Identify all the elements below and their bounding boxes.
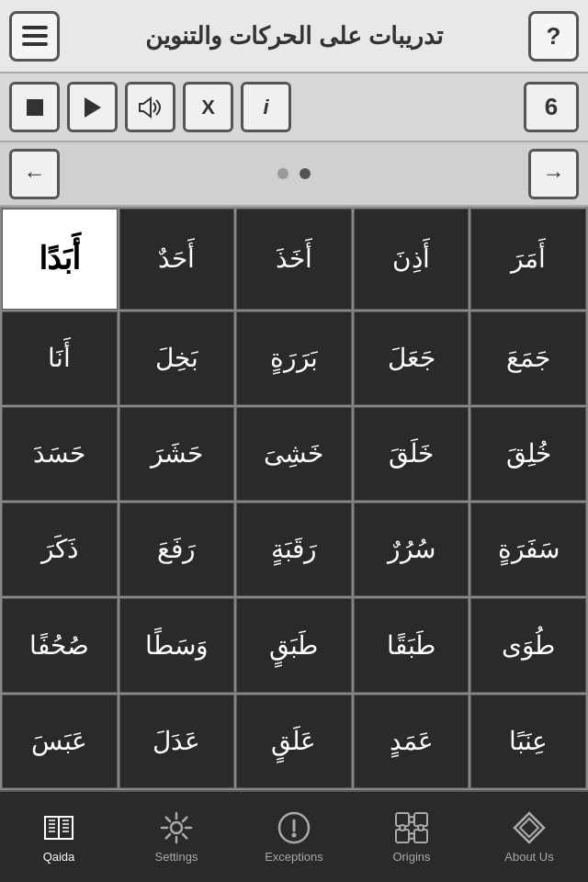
svg-rect-10 (414, 813, 427, 826)
info-button[interactable]: i (241, 82, 291, 132)
puzzle-icon (394, 810, 429, 845)
info-label: i (263, 96, 268, 119)
cell-text-0: أَبَدًا (39, 240, 80, 277)
grid-cell-0[interactable]: أَبَدًا (2, 209, 118, 310)
svg-point-15 (400, 825, 405, 831)
grid-cell-8[interactable]: جَعَلَ (354, 311, 469, 405)
grid-cell-11[interactable]: حَشَرَ (119, 407, 235, 501)
grid-cell-13[interactable]: خَلَقَ (354, 407, 469, 501)
settings-icon (159, 810, 194, 845)
tab-label-1: Settings (155, 850, 198, 864)
stop-icon (27, 99, 43, 116)
grid-cell-3[interactable]: أَذِنَ (354, 209, 469, 310)
grid-cell-26[interactable]: عَدَلَ (119, 695, 235, 788)
grid-cell-10[interactable]: حَسَدَ (2, 407, 118, 501)
grid-cell-23[interactable]: طَبَقًا (354, 598, 469, 692)
cell-text-9: جَمَعَ (506, 343, 550, 374)
cell-text-25: عَبَسَ (31, 726, 87, 757)
grid-cell-25[interactable]: عَبَسَ (2, 695, 118, 788)
cell-text-3: أَذِنَ (392, 243, 430, 275)
cell-text-27: عَلَقٍ (271, 726, 316, 757)
svg-rect-0 (22, 26, 48, 29)
svg-rect-9 (396, 813, 409, 826)
svg-rect-12 (414, 830, 427, 842)
cell-text-6: بَخِلَ (155, 343, 198, 374)
cell-text-20: صُحُفًا (29, 630, 89, 662)
tab-label-0: Qaida (43, 850, 75, 864)
grid-cell-24[interactable]: طُوَى (470, 598, 586, 692)
svg-point-13 (409, 817, 414, 822)
grid-cell-14[interactable]: خُلِقَ (470, 407, 586, 501)
cell-text-18: سُرُرٌ (388, 534, 435, 565)
svg-point-14 (409, 833, 414, 839)
cell-text-13: خَلَقَ (389, 438, 434, 469)
tab-label-4: About Us (504, 850, 553, 864)
grid-cell-29[interactable]: عِنَبًا (470, 695, 586, 788)
page-dots (277, 168, 311, 179)
grid-cell-6[interactable]: بَخِلَ (119, 311, 235, 405)
svg-point-5 (171, 822, 182, 833)
cell-text-22: طَبَقٍ (269, 630, 318, 662)
cell-text-28: عَمَدٍ (390, 726, 434, 757)
grid-cell-7[interactable]: بَرَرَةٍ (236, 311, 352, 405)
tab-origins[interactable]: Origins (353, 803, 470, 871)
cell-text-24: طُوَى (502, 630, 555, 662)
cell-text-2: أَخَذَ (276, 243, 312, 275)
grid-cell-9[interactable]: جَمَعَ (470, 311, 586, 405)
cell-text-15: ذَكَرَ (41, 534, 78, 565)
grid-cell-21[interactable]: وَسَطًا (119, 598, 235, 692)
cell-text-10: حَسَدَ (33, 438, 85, 469)
tab-settings[interactable]: Settings (118, 803, 235, 871)
grid-cell-19[interactable]: سَفَرَةٍ (470, 503, 586, 596)
cell-text-16: رَفَعَ (157, 534, 196, 565)
svg-rect-11 (396, 830, 409, 842)
back-button[interactable]: ← (9, 149, 60, 199)
cell-text-21: وَسَطًا (145, 630, 209, 662)
cell-text-19: سَفَرَةٍ (498, 534, 560, 565)
stop-button[interactable] (9, 82, 60, 132)
grid-cell-4[interactable]: أَمَرَ (470, 209, 586, 310)
exclamation-icon (277, 810, 311, 845)
svg-rect-2 (22, 42, 48, 46)
grid-cell-1[interactable]: أَحَدٌ (119, 209, 235, 310)
volume-button[interactable] (125, 82, 175, 132)
grid-cell-18[interactable]: سُرُرٌ (354, 503, 469, 596)
diamond-icon (512, 810, 547, 845)
dot-1 (277, 168, 288, 179)
play-icon (85, 97, 101, 118)
cell-text-29: عِنَبًا (509, 726, 548, 757)
close-label: X (201, 96, 215, 119)
svg-marker-3 (140, 98, 151, 117)
tab-exceptions[interactable]: Exceptions (235, 803, 353, 871)
controls-bar: X i 6 (0, 74, 588, 142)
close-button[interactable]: X (183, 82, 233, 132)
dot-2 (300, 168, 311, 179)
grid-cell-20[interactable]: صُحُفًا (2, 598, 118, 692)
cell-text-26: عَدَلَ (153, 726, 200, 757)
tab-about-us[interactable]: About Us (470, 803, 588, 871)
cell-text-17: رَقَبَةٍ (271, 534, 317, 565)
nav-bar: ← → (0, 142, 588, 207)
grid-cell-15[interactable]: ذَكَرَ (2, 503, 118, 596)
cell-text-12: خَشِىَ (264, 438, 323, 469)
cell-text-11: حَشَرَ (151, 438, 203, 469)
grid-cell-5[interactable]: أَنَا (2, 311, 118, 405)
cell-text-8: جَعَلَ (388, 343, 435, 374)
grid-cell-28[interactable]: عَمَدٍ (354, 695, 469, 788)
grid-cell-27[interactable]: عَلَقٍ (236, 695, 352, 788)
cell-text-14: خُلِقَ (506, 438, 551, 469)
help-button[interactable]: ? (528, 11, 579, 62)
forward-button[interactable]: → (528, 149, 579, 199)
grid-cell-22[interactable]: طَبَقٍ (236, 598, 352, 692)
grid-cell-2[interactable]: أَخَذَ (236, 209, 352, 310)
menu-button[interactable] (9, 11, 60, 62)
grid-cell-17[interactable]: رَقَبَةٍ (236, 503, 352, 596)
play-button[interactable] (67, 82, 118, 132)
cell-text-1: أَحَدٌ (158, 243, 195, 275)
tab-qaida[interactable]: Qaida (0, 803, 118, 871)
grid-cell-12[interactable]: خَشِىَ (236, 407, 352, 501)
track-number: 6 (524, 82, 579, 132)
tab-label-2: Exceptions (265, 850, 323, 864)
grid-cell-16[interactable]: رَفَعَ (119, 503, 235, 596)
svg-rect-1 (22, 34, 48, 38)
